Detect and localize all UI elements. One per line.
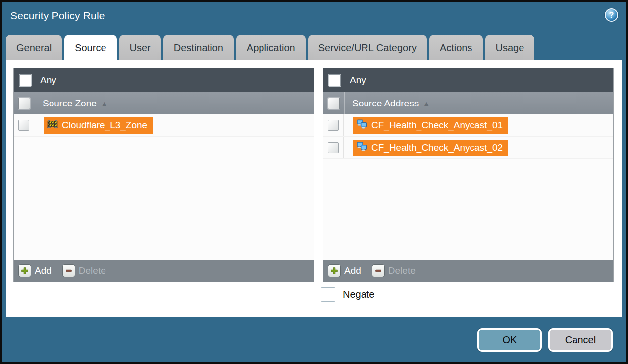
add-button[interactable]: Add — [18, 264, 52, 277]
address-entry-chip[interactable]: CF_Health_Check_Anycast_02 — [353, 140, 508, 156]
source-zone-any-checkbox[interactable] — [19, 74, 32, 87]
address-hosts-icon — [357, 142, 367, 154]
source-address-toolbar: Add Delete — [323, 260, 613, 282]
select-all-cell — [323, 92, 345, 114]
delete-button[interactable]: Delete — [372, 264, 416, 277]
row-checkbox[interactable] — [328, 142, 339, 153]
help-icon[interactable]: ? — [605, 8, 618, 22]
dialog-buttons: OK Cancel — [477, 328, 613, 352]
select-all-cell — [14, 92, 35, 114]
negate-checkbox[interactable] — [321, 287, 335, 302]
source-address-list: CF_Health_Check_Anycast_01 — [323, 114, 613, 260]
tab-source[interactable]: Source — [64, 35, 116, 60]
row-checkbox-cell — [323, 137, 344, 158]
add-button-label: Add — [344, 265, 361, 276]
row-checkbox[interactable] — [328, 120, 339, 131]
source-address-select-all-checkbox[interactable] — [328, 98, 340, 109]
source-zone-panel: Any Source Zone ▲ — [13, 68, 314, 282]
source-zone-toolbar: Add Delete — [14, 260, 314, 282]
address-entry-chip[interactable]: CF_Health_Check_Anycast_01 — [353, 117, 508, 134]
row-checkbox-cell — [323, 114, 344, 136]
negate-label: Negate — [343, 289, 375, 300]
table-row[interactable]: CF_Health_Check_Anycast_02 — [323, 137, 613, 159]
plus-icon — [18, 264, 31, 277]
tab-general[interactable]: General — [6, 35, 62, 60]
plus-icon — [328, 264, 341, 277]
zone-entry-label: Cloudflare_L3_Zone — [62, 120, 147, 131]
row-checkbox-cell — [14, 114, 34, 136]
add-button[interactable]: Add — [328, 264, 361, 277]
dialog-title: Security Policy Rule — [10, 10, 105, 22]
tab-bar: General Source User Destination Applicat… — [6, 35, 534, 60]
tab-application[interactable]: Application — [236, 35, 306, 60]
delete-button-label: Delete — [79, 265, 106, 276]
source-zone-any-label: Any — [40, 75, 56, 86]
negate-row: Negate — [321, 287, 375, 302]
address-hosts-icon — [357, 119, 367, 131]
delete-button-label: Delete — [388, 265, 416, 276]
minus-icon — [62, 264, 75, 277]
tab-actions[interactable]: Actions — [429, 35, 483, 60]
ok-button[interactable]: OK — [477, 328, 542, 352]
address-entry-label: CF_Health_Check_Anycast_01 — [371, 120, 503, 131]
source-tab-content: Any Source Zone ▲ — [6, 60, 622, 317]
delete-button[interactable]: Delete — [62, 264, 106, 277]
source-zone-column-header[interactable]: Source Zone ▲ — [14, 92, 314, 114]
add-button-label: Add — [35, 265, 52, 276]
address-entry-label: CF_Health_Check_Anycast_02 — [371, 142, 503, 153]
security-policy-rule-dialog: Security Policy Rule ? General Source Us… — [0, 0, 628, 364]
tab-usage[interactable]: Usage — [485, 35, 535, 60]
zone-barrier-icon — [47, 120, 58, 131]
source-address-any-checkbox[interactable] — [328, 74, 341, 87]
source-address-any-header: Any — [323, 68, 613, 92]
source-zone-list: Cloudflare_L3_Zone — [14, 114, 314, 260]
minus-icon — [372, 264, 385, 277]
tab-service-url-category[interactable]: Service/URL Category — [308, 35, 427, 60]
source-address-panel: Any Source Address ▲ — [323, 68, 614, 282]
source-address-any-label: Any — [350, 75, 366, 86]
sort-ascending-icon: ▲ — [423, 100, 430, 107]
table-row[interactable]: CF_Health_Check_Anycast_01 — [323, 114, 613, 137]
source-zone-select-all-checkbox[interactable] — [18, 98, 30, 109]
row-checkbox[interactable] — [18, 120, 29, 131]
zone-entry-chip[interactable]: Cloudflare_L3_Zone — [44, 117, 153, 134]
source-zone-any-header: Any — [14, 68, 314, 92]
source-address-column-header[interactable]: Source Address ▲ — [323, 92, 613, 114]
sort-ascending-icon: ▲ — [101, 100, 108, 107]
source-address-column-title: Source Address — [352, 98, 419, 109]
cancel-button[interactable]: Cancel — [548, 328, 613, 352]
tab-destination[interactable]: Destination — [163, 35, 234, 60]
source-zone-column-title: Source Zone — [43, 98, 97, 109]
table-row[interactable]: Cloudflare_L3_Zone — [14, 114, 314, 137]
title-bar: Security Policy Rule ? — [2, 2, 626, 33]
tab-user[interactable]: User — [119, 35, 161, 60]
